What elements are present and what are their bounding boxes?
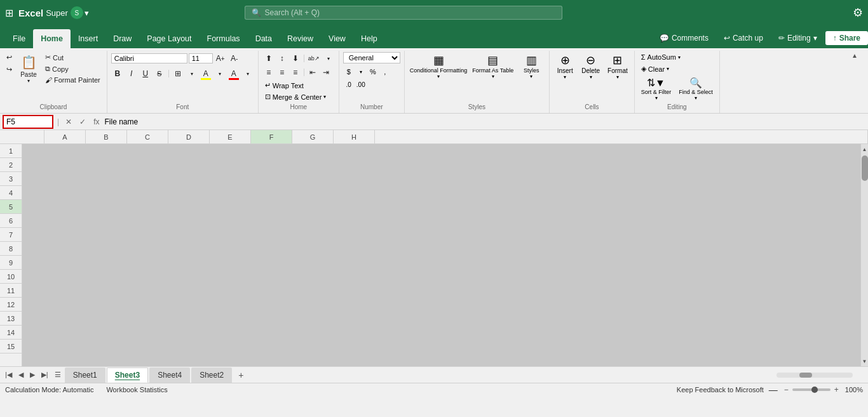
insert-button[interactable]: ⊕ Insert ▾ <box>553 52 576 81</box>
fx-button[interactable]: fx <box>91 117 102 126</box>
redo-button[interactable]: ↪ <box>4 64 15 75</box>
horizontal-scrollbar[interactable] <box>776 373 853 378</box>
tab-file[interactable]: File <box>5 29 33 48</box>
ribbon-collapse-button[interactable]: ▲ <box>850 51 859 60</box>
hscroll-thumb[interactable] <box>799 373 812 378</box>
col-header-D[interactable]: D <box>168 130 210 143</box>
bold-button[interactable]: B <box>111 67 124 80</box>
row-header-15[interactable]: 15 <box>0 340 22 354</box>
scroll-down-button[interactable]: ▼ <box>861 356 869 366</box>
align-right-button[interactable]: ≡ <box>289 66 302 79</box>
row-header-1[interactable]: 1 <box>0 144 22 158</box>
editing-button[interactable]: ✏ Editing ▾ <box>771 30 824 46</box>
scroll-up-button[interactable]: ▲ <box>861 144 869 154</box>
font-name-input[interactable] <box>111 53 187 63</box>
zoom-slider[interactable] <box>792 388 831 391</box>
format-table-button[interactable]: ▤ Format As Table ▾ <box>471 52 515 81</box>
zoom-thumb[interactable] <box>811 387 818 393</box>
row-header-3[interactable]: 3 <box>0 172 22 186</box>
row-header-8[interactable]: 8 <box>0 242 22 256</box>
decrease-font-button[interactable]: A- <box>228 52 241 65</box>
paste-button[interactable]: 📋 Paste ▾ <box>16 52 41 86</box>
percent-button[interactable]: % <box>367 66 379 77</box>
add-sheet-button[interactable]: + <box>233 369 248 381</box>
italic-button[interactable]: I <box>125 67 138 80</box>
row-header-9[interactable]: 9 <box>0 256 22 270</box>
tab-home[interactable]: Home <box>33 29 71 48</box>
dollar-dropdown[interactable]: ▾ <box>355 66 367 77</box>
vertical-scrollbar[interactable]: ▲ ▼ <box>860 144 868 366</box>
profile-icon[interactable]: S <box>71 6 83 19</box>
col-header-H[interactable]: H <box>334 130 375 143</box>
row-header-11[interactable]: 11 <box>0 284 22 298</box>
merge-center-button[interactable]: ⊡ Merge & Center ▾ <box>262 91 329 102</box>
zoom-out-button[interactable]: − <box>783 385 790 394</box>
profile-area[interactable]: Super S ▾ <box>46 6 89 19</box>
align-middle-button[interactable]: ↕ <box>276 52 288 65</box>
align-center-button[interactable]: ≡ <box>276 66 288 79</box>
sort-filter-button[interactable]: ⇅▼ Sort & Filter ▾ <box>639 76 674 102</box>
sheet-prev-button[interactable]: ◀ <box>16 369 26 380</box>
font-size-input[interactable] <box>189 53 213 63</box>
fill-dropdown[interactable]: ▾ <box>214 67 226 80</box>
comma-button[interactable]: , <box>379 66 391 77</box>
format-painter-button[interactable]: 🖌 Format Painter <box>43 75 103 85</box>
undo-button[interactable]: ↩ <box>4 52 15 63</box>
grid-icon[interactable]: ⊞ <box>5 7 13 19</box>
col-header-G[interactable]: G <box>292 130 334 143</box>
profile-dropdown-icon[interactable]: ▾ <box>85 8 89 18</box>
align-left-button[interactable]: ≡ <box>262 66 275 79</box>
comments-button[interactable]: 💬 Comments <box>653 30 715 46</box>
sheet-tab-sheet3[interactable]: Sheet3 <box>107 367 148 383</box>
font-color-dropdown[interactable]: ▾ <box>241 67 254 80</box>
row-header-14[interactable]: 14 <box>0 326 22 340</box>
col-header-A[interactable]: A <box>44 130 86 143</box>
row-header-12[interactable]: 12 <box>0 298 22 312</box>
increase-indent-button[interactable]: ⇥ <box>320 66 332 79</box>
row-header-2[interactable]: 2 <box>0 158 22 172</box>
gear-button[interactable]: ⚙ <box>853 6 863 20</box>
tab-review[interactable]: Review <box>280 29 321 48</box>
tab-view[interactable]: View <box>321 29 353 48</box>
row-header-6[interactable]: 6 <box>0 214 22 228</box>
orientation-button[interactable]: ab↗ <box>306 52 322 65</box>
row-header-7[interactable]: 7 <box>0 228 22 242</box>
share-button[interactable]: ↑ Share <box>825 31 868 45</box>
decrease-decimal-button[interactable]: .0 <box>343 79 355 90</box>
scroll-thumb[interactable] <box>862 156 868 181</box>
borders-dropdown[interactable]: ▾ <box>186 67 198 80</box>
confirm-formula-button[interactable]: ✓ <box>77 117 88 126</box>
find-select-button[interactable]: 🔍 Find & Select ▾ <box>676 76 715 102</box>
col-header-E[interactable]: E <box>210 130 251 143</box>
increase-decimal-button[interactable]: .00 <box>355 79 367 90</box>
fill-color-button[interactable]: A <box>200 67 212 80</box>
row-header-4[interactable]: 4 <box>0 186 22 200</box>
col-header-F[interactable]: F <box>251 130 292 143</box>
font-color-button[interactable]: A <box>227 67 240 80</box>
tab-page-layout[interactable]: Page Layout <box>139 29 199 48</box>
corner-cell[interactable] <box>22 130 44 143</box>
search-input[interactable] <box>265 8 555 17</box>
tab-data[interactable]: Data <box>248 29 280 48</box>
cut-button[interactable]: ✂ Cut <box>43 52 103 63</box>
clear-button[interactable]: ◈ Clear ▾ <box>639 63 672 74</box>
col-header-B[interactable]: B <box>86 130 127 143</box>
grid-cells[interactable] <box>22 144 860 366</box>
dollar-button[interactable]: $ <box>343 66 355 77</box>
borders-button[interactable]: ⊞ <box>172 67 184 80</box>
tab-insert[interactable]: Insert <box>71 29 105 48</box>
sheet-tab-sheet4[interactable]: Sheet4 <box>149 367 190 383</box>
autosum-button[interactable]: Σ AutoSum ▾ <box>639 52 683 62</box>
formula-input[interactable] <box>104 117 865 126</box>
format-button[interactable]: ⊞ Format ▾ <box>605 52 630 81</box>
cancel-formula-button[interactable]: ✕ <box>63 117 74 126</box>
search-box[interactable]: 🔍 <box>245 6 562 20</box>
sheet-next-button[interactable]: ▶ <box>27 369 37 380</box>
styles-button[interactable]: ▥ Styles ▾ <box>517 52 545 81</box>
name-box[interactable] <box>3 115 53 129</box>
hscroll-area[interactable] <box>250 373 865 378</box>
conditional-formatting-button[interactable]: ▦ Conditional Formatting ▾ <box>409 52 469 81</box>
sheet-tab-sheet1[interactable]: Sheet1 <box>65 367 105 383</box>
catch-up-button[interactable]: ↩ Catch up <box>717 30 770 46</box>
copy-button[interactable]: ⧉ Copy <box>43 63 103 74</box>
